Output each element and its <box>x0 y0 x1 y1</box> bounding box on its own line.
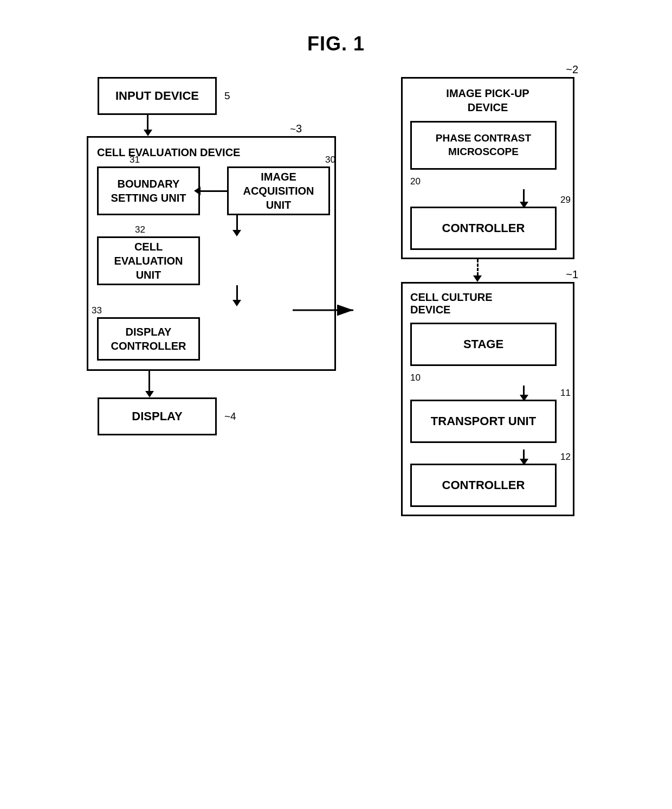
image-pickup-label: IMAGE PICK-UP DEVICE <box>410 86 565 114</box>
cell-eval-device-ref: ~3 <box>290 123 302 135</box>
image-acquisition-unit-box: IMAGE ACQUISITION UNIT <box>227 166 330 215</box>
controller-bottom-ref: 12 <box>560 452 571 463</box>
phase-ref: 20 <box>410 176 421 187</box>
cell-culture-label: CELL CULTURE DEVICE <box>410 291 565 316</box>
input-device-box: INPUT DEVICE <box>98 77 217 115</box>
stage-ref: 10 <box>410 373 421 383</box>
cell-evaluation-unit-box: CELL EVALUATION UNIT <box>97 236 200 285</box>
transport-unit-box: TRANSPORT UNIT <box>410 400 557 443</box>
controller-top-box: CONTROLLER <box>410 207 557 250</box>
display-controller-box: DISPLAY CONTROLLER <box>97 317 200 361</box>
image-pickup-device: ~2 IMAGE PICK-UP DEVICE PHASE CONTRAST M… <box>401 77 574 259</box>
boundary-setting-unit-box: BOUNDARY SETTING UNIT <box>97 166 200 215</box>
input-device-ref: 5 <box>224 90 230 102</box>
cell-culture-ref: ~1 <box>566 268 578 281</box>
phase-contrast-microscope-box: PHASE CONTRAST MICROSCOPE <box>410 121 557 170</box>
image-pickup-ref: ~2 <box>566 63 578 76</box>
stage-box: STAGE <box>410 323 557 366</box>
cell-evaluation-device: ~3 CELL EVALUATION DEVICE 31 BOUNDARY SE… <box>87 136 336 371</box>
display-box: DISPLAY <box>98 397 217 435</box>
display-ctrl-ref: 33 <box>92 305 102 316</box>
left-side: INPUT DEVICE 5 ~3 CELL EVALUATION DEVICE… <box>87 77 358 435</box>
right-side: ~2 IMAGE PICK-UP DEVICE PHASE CONTRAST M… <box>401 77 585 516</box>
boundary-ref: 31 <box>130 155 140 165</box>
image-acq-ref: 30 <box>325 155 335 165</box>
controller-bottom-box: CONTROLLER <box>410 464 557 507</box>
cell-eval-ref: 32 <box>135 224 145 235</box>
display-ref: ~4 <box>224 410 236 422</box>
controller-top-ref: 29 <box>560 195 571 206</box>
cell-culture-device: ~1 CELL CULTURE DEVICE STAGE 10 11 TRANS… <box>401 282 574 516</box>
transport-ref: 11 <box>560 388 571 399</box>
